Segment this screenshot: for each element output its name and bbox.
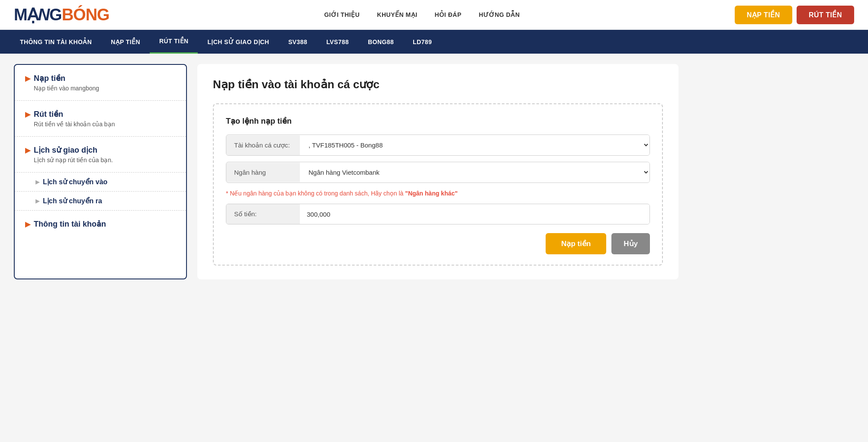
cancel-button[interactable]: Hủy [611, 233, 650, 254]
logo-mang: MẠNG [14, 5, 62, 24]
navbar-item-sv388[interactable]: SV388 [279, 31, 317, 53]
sidebar-lichsu-title: Lịch sử giao dịch [34, 145, 97, 155]
sub-arrow-icon-2: ▶ [35, 198, 39, 204]
navbar-item-lvs788[interactable]: LVS788 [317, 31, 358, 53]
logo-bong: BÓNG [62, 6, 109, 24]
arrow-icon-2: ▶ [25, 110, 30, 119]
sidebar-item-thongtin[interactable]: ▶ Thông tin tài khoản [15, 211, 186, 239]
header-ruttien-button[interactable]: RÚT TIỀN [797, 6, 854, 24]
sidebar-sub-chuyenvao-label: Lịch sử chuyển vào [43, 178, 107, 186]
header-naptien-button[interactable]: NẠP TIỀN [735, 6, 792, 24]
header-nav: GIỚI THIỆU KHUYẾN MẠI HỎI ĐÁP HƯỚNG DẪN [324, 11, 520, 18]
account-select[interactable]: , TVF185TH005 - Bong88 [300, 135, 649, 155]
navbar-item-lichsugiaodich[interactable]: LỊCH SỬ GIAO DỊCH [198, 31, 279, 53]
sidebar-item-naptien[interactable]: ▶ Nạp tiền Nạp tiền vào mangbong [15, 65, 186, 101]
sidebar-naptien-desc: Nạp tiền vào mangbong [25, 85, 176, 92]
form-area: Nạp tiền vào tài khoản cá cược Tạo lệnh … [197, 64, 678, 279]
sidebar-item-ruttien[interactable]: ▶ Rút tiền Rút tiền về tài khoản của bạn [15, 101, 186, 137]
sidebar-naptien-title: Nạp tiền [34, 74, 65, 83]
bank-warning-link: "Ngân hàng khác" [405, 190, 457, 197]
bank-warning: * Nếu ngân hàng của bạn không có trong d… [226, 189, 650, 198]
navbar-item-naptien[interactable]: NẠP TIỀN [101, 31, 150, 53]
sidebar-item-lichsugiaodich[interactable]: ▶ Lịch sử giao dịch Lịch sử nạp rút tiền… [15, 137, 186, 173]
header: MẠNGBÓNG GIỚI THIỆU KHUYẾN MẠI HỎI ĐÁP H… [0, 0, 868, 30]
bank-select[interactable]: Ngân hàng Vietcombank [300, 162, 649, 183]
form-actions: Nạp tiền Hủy [226, 233, 650, 254]
account-row: Tài khoản cá cược: , TVF185TH005 - Bong8… [226, 135, 650, 156]
arrow-icon: ▶ [25, 74, 30, 83]
sidebar-ruttien-desc: Rút tiền về tài khoản của bạn [25, 121, 176, 128]
submit-button[interactable]: Nạp tiền [546, 233, 606, 254]
nav-khuyenmai[interactable]: KHUYẾN MẠI [377, 11, 417, 18]
form-card: Tạo lệnh nạp tiền Tài khoản cá cược: , T… [213, 103, 663, 266]
arrow-icon-3: ▶ [25, 146, 30, 154]
arrow-icon-4: ▶ [25, 220, 30, 228]
nav-hoidap[interactable]: HỎI ĐÁP [435, 11, 462, 18]
sidebar-sub-chuyenra[interactable]: ▶ Lịch sử chuyển ra [15, 192, 186, 211]
sub-arrow-icon: ▶ [35, 179, 39, 185]
account-label: Tài khoản cá cược: [226, 135, 300, 155]
sidebar-sub-chuyenra-label: Lịch sử chuyển ra [43, 197, 102, 205]
navbar-item-ld789[interactable]: LD789 [403, 31, 441, 53]
page-title: Nạp tiền vào tài khoản cá cược [213, 78, 663, 91]
form-section-title: Tạo lệnh nạp tiền [226, 116, 650, 126]
main-content: ▶ Nạp tiền Nạp tiền vào mangbong ▶ Rút t… [0, 54, 692, 290]
bank-label: Ngân hàng [226, 163, 300, 182]
navbar: THÔNG TIN TÀI KHOẢN NẠP TIỀN RÚT TIỀN LỊ… [0, 30, 868, 54]
sidebar-ruttien-title: Rút tiền [34, 109, 63, 119]
header-buttons: NẠP TIỀN RÚT TIỀN [735, 6, 854, 24]
logo[interactable]: MẠNGBÓNG [14, 5, 109, 24]
sidebar-lichsu-desc: Lịch sử nạp rút tiền của bạn. [25, 157, 176, 163]
nav-huongdan[interactable]: HƯỚNG DẪN [479, 11, 520, 18]
nav-gioithieu[interactable]: GIỚI THIỆU [324, 11, 360, 18]
sidebar: ▶ Nạp tiền Nạp tiền vào mangbong ▶ Rút t… [14, 64, 187, 279]
bank-row: Ngân hàng Ngân hàng Vietcombank [226, 162, 650, 183]
navbar-item-ruttien[interactable]: RÚT TIỀN [150, 30, 198, 54]
amount-input[interactable] [300, 205, 649, 224]
navbar-item-thongtintaikhoan[interactable]: THÔNG TIN TÀI KHOẢN [10, 31, 101, 53]
sidebar-thongtin-title: Thông tin tài khoản [34, 219, 106, 229]
amount-label: Số tiền: [226, 204, 300, 224]
amount-row: Số tiền: [226, 204, 650, 224]
sidebar-sub-chuyenvao[interactable]: ▶ Lịch sử chuyển vào [15, 173, 186, 192]
navbar-item-bong88[interactable]: BONG88 [358, 31, 403, 53]
